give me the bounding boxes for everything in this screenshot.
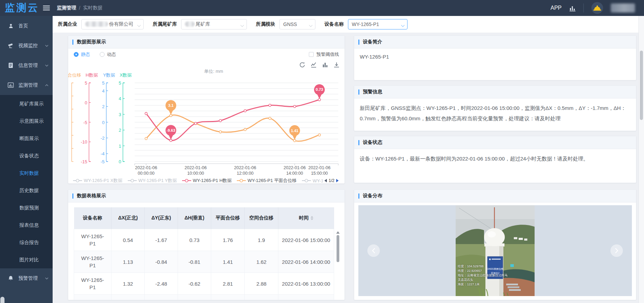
download-icon[interactable] [333, 62, 340, 68]
svg-text:2022-01-06: 2022-01-06 [234, 165, 256, 170]
sidebar-item-home[interactable]: 首页 [0, 16, 53, 36]
svg-text:1.41: 1.41 [291, 129, 298, 133]
table-cell: 2022-01-06 15:00:00 [278, 229, 334, 251]
bar-chart-icon[interactable] [322, 62, 328, 68]
sidebar-subitem[interactable]: 历史数据 [0, 182, 53, 199]
table-cell [111, 295, 145, 301]
chart-area: 单位: mm合位移H数据50-5-10-15Y数据5420-2-4-5X数据54… [68, 60, 345, 177]
screen-chart-icon[interactable] [569, 5, 576, 11]
legend-items: WY-1265-P1 X数据WY-1265-P1 Y数据WY-1265-P1 H… [73, 178, 323, 184]
table-header-row: 设备名称ΔX(正北)ΔY(正东)ΔH(垂直)平面合位移空间合位移时间 [74, 207, 334, 229]
breadcrumb-section[interactable]: 监测管理 [57, 5, 76, 11]
panel-header: 数据表格展示 [68, 190, 345, 202]
sidebar-subitem[interactable]: 设备状态 [0, 147, 53, 164]
table-row[interactable]: WY-1265-P11.13-0.84-0.811.411.622022-01-… [74, 251, 334, 273]
sidebar-subitem[interactable]: 图片对比 [0, 251, 53, 268]
app-link[interactable]: APP [551, 5, 562, 11]
sidebar-submenu: 尾矿库展示示意图展示断面展示设备状态实时数据历史数据数据预测报表信息综合报告图片… [0, 95, 53, 268]
table-panel: 数据表格展示 设备名称ΔX(正北)ΔY(正东)ΔH(垂直)平面合位移空间合位移时… [68, 189, 345, 300]
legend-item[interactable]: WY-1265-P1 X数据 [73, 178, 123, 184]
table-scrollbar [336, 230, 340, 300]
accent-bar [358, 40, 359, 45]
pond-select[interactable]: 尾矿库 [181, 19, 247, 29]
sidebar-item-label: 视频监控 [18, 43, 38, 49]
legend-marker-icon [182, 179, 191, 182]
table-row[interactable]: WY-1265-P1 [74, 295, 334, 301]
svg-text:-5: -5 [100, 159, 105, 164]
table-cell: 2022-01-06 14:00:00 [278, 251, 334, 273]
table-cell: 2.88 [245, 273, 278, 295]
app-logo: 监测云 [5, 1, 42, 15]
table-cell: WY-1265-P1 [74, 273, 111, 295]
carousel-next-button[interactable] [610, 244, 623, 257]
svg-text:3: 3 [119, 112, 121, 117]
legend-item[interactable]: WY-1265- [302, 178, 323, 183]
company-select[interactable]: 份有限公司 [81, 19, 144, 29]
sidebar-item-info[interactable]: 信息管理 [0, 55, 53, 75]
breadcrumb-separator: / [79, 5, 80, 11]
sort-carets-icon[interactable] [311, 215, 313, 222]
redacted-text [85, 21, 108, 27]
table-cell: 1.62 [245, 251, 278, 273]
legend-item[interactable]: WY-1265-P1 平面合位移 [237, 178, 297, 184]
sidebar-subitem[interactable]: 断面展示 [0, 130, 53, 147]
chevron-up-icon [45, 84, 48, 86]
radio-icon [100, 52, 105, 57]
scrollbar-thumb[interactable] [337, 235, 339, 262]
table-cell [245, 295, 278, 301]
document-icon [8, 62, 14, 69]
page-scrollbar-thumb[interactable] [640, 51, 643, 120]
legend-item[interactable]: WY-1265-P1 H数据 [182, 178, 232, 184]
legend-next-icon[interactable] [336, 179, 340, 182]
svg-text:-9.63: -9.63 [167, 128, 175, 132]
table-cell: -1.67 [145, 229, 178, 251]
scroll-up-icon[interactable] [336, 230, 340, 234]
right-column: 设备简介 WY-1265-P1 预警信息 新田尾矿库，GNSS监测点：WY-12… [354, 35, 636, 300]
table-cell: 2022-01-06 13:00:00 [278, 273, 334, 295]
menu-toggle-icon[interactable] [43, 5, 50, 11]
table-cell: 1.32 [111, 273, 145, 295]
sidebar: 首页 视频监控 信息管理 监测管理 尾矿库展示示意图展示断面展示设备状态实时数据… [0, 16, 53, 303]
filter-label: 设备名称 [324, 21, 344, 27]
svg-text:0.73: 0.73 [316, 87, 323, 92]
redacted-text [185, 21, 195, 27]
sidebar-subitem[interactable]: 尾矿库展示 [0, 95, 53, 112]
legend-item[interactable]: WY-1265-P1 Y数据 [128, 178, 177, 184]
sidebar-scrollbar-thumb[interactable] [0, 297, 5, 303]
svg-text:14:00:00: 14:00:00 [286, 171, 303, 176]
svg-text:合位移: 合位移 [68, 72, 81, 78]
module-select[interactable]: GNSS [279, 19, 315, 29]
filter-module: 所属模块 GNSS [256, 19, 315, 29]
refresh-icon[interactable] [299, 62, 305, 68]
carousel-prev-button[interactable] [367, 244, 380, 257]
svg-text:0: 0 [119, 159, 121, 164]
breadcrumb: 监测管理 / 实时数据 [57, 5, 102, 11]
panel-title: 设备简介 [363, 39, 382, 45]
sidebar-item-video[interactable]: 视频监控 [0, 36, 53, 55]
dynamic-mode-radio[interactable]: 动态 [100, 51, 116, 58]
line-chart[interactable]: 单位: mm合位移H数据50-5-10-15Y数据5420-2-4-5X数据54… [68, 60, 345, 177]
svg-text:5: 5 [102, 80, 105, 86]
static-mode-radio[interactable]: 静态 [74, 51, 90, 58]
sidebar-subitem[interactable]: 实时数据 [0, 164, 53, 182]
svg-text:0: 0 [102, 120, 105, 125]
safety-helmet-icon[interactable] [591, 2, 603, 14]
table-row[interactable]: WY-1265-P11.32-2.48-0.622.812.882022-01-… [74, 273, 334, 295]
sidebar-item-monitor[interactable]: 监测管理 [0, 75, 53, 95]
chevron-down-icon [401, 23, 404, 27]
legend-prev-icon[interactable] [323, 179, 327, 182]
sidebar-subitem[interactable]: 报表信息 [0, 216, 53, 234]
threshold-checkbox[interactable]: 预警阈值线 [309, 51, 339, 58]
table-column-header[interactable]: 时间 [278, 207, 334, 229]
sidebar-item-warning[interactable]: 预警管理 [0, 268, 53, 288]
sidebar-subitem[interactable]: 示意图展示 [0, 112, 53, 130]
photo-geo-line: 经度：104.529788 [458, 264, 510, 269]
sidebar-subitem[interactable]: 数据预测 [0, 199, 53, 216]
device-status-panel: 设备状态 设备：WY-1265-P1，最新一条数据时间为2022-01-06 1… [354, 136, 636, 183]
sidebar-subitem[interactable]: 综合报告 [0, 234, 53, 251]
table-row[interactable]: WY-1265-P10.54-1.670.731.761.92022-01-06… [74, 229, 334, 251]
device-select[interactable]: WY-1265-P1 [348, 19, 408, 29]
line-chart-icon[interactable] [311, 62, 317, 68]
username-redacted[interactable] [611, 3, 635, 12]
table-cell [278, 295, 334, 301]
